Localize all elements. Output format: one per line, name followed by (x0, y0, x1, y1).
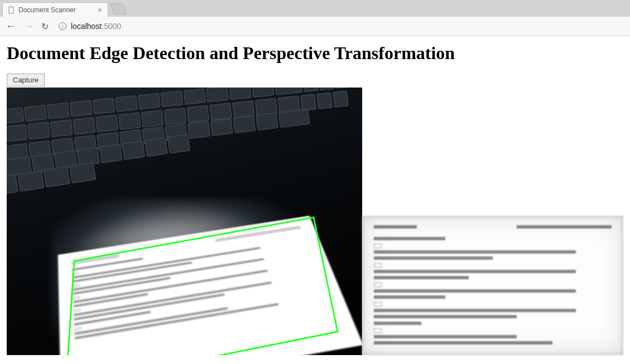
images-row (7, 88, 623, 355)
transformed-result (362, 216, 623, 355)
address-bar[interactable]: i localhost:5000 (56, 22, 624, 31)
close-tab-icon[interactable]: × (98, 6, 102, 14)
browser-chrome: Document Scanner × ← → ↻ i localhost:500… (0, 0, 630, 36)
camera-preview (7, 88, 362, 355)
url-host: localhost (71, 22, 102, 31)
url-port: :5000 (102, 22, 121, 31)
capture-button[interactable]: Capture (7, 74, 45, 86)
browser-toolbar: ← → ↻ i localhost:5000 (0, 17, 630, 36)
new-tab-button[interactable] (109, 3, 127, 14)
tab-bar: Document Scanner × (0, 0, 630, 17)
page-content: Document Edge Detection and Perspective … (0, 36, 630, 362)
forward-button[interactable]: → (23, 21, 33, 31)
page-icon (7, 6, 15, 14)
page-heading: Document Edge Detection and Perspective … (7, 43, 623, 64)
site-info-icon[interactable]: i (59, 22, 66, 30)
browser-tab[interactable]: Document Scanner × (2, 2, 108, 17)
tab-title: Document Scanner (18, 6, 94, 14)
reload-button[interactable]: ↻ (41, 21, 49, 32)
back-button[interactable]: ← (6, 21, 16, 31)
